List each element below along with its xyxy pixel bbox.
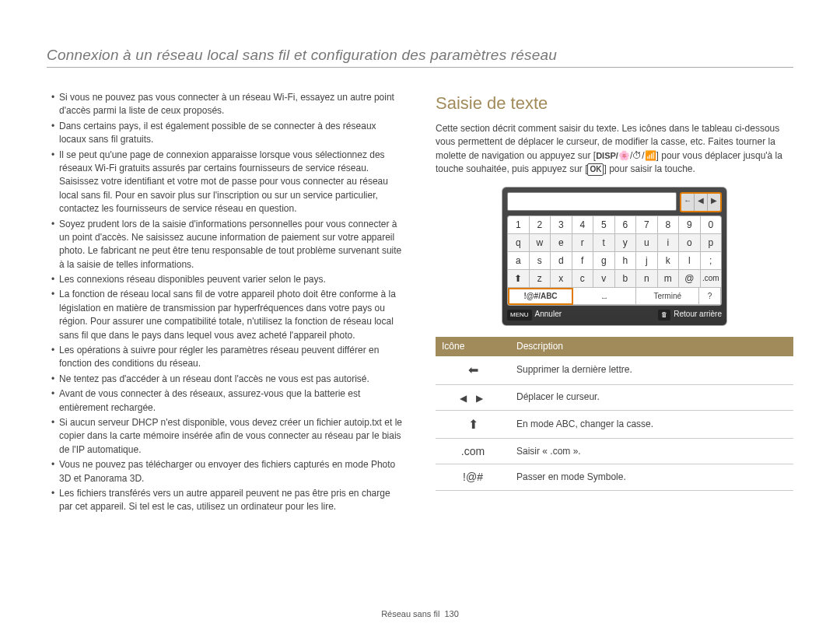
cancel-label: Annuler [535,309,562,321]
keyboard-key[interactable]: 3 [551,216,572,234]
keyboard-key[interactable]: 1 [508,216,530,234]
keyboard-key[interactable]: v [593,270,615,288]
bullet-dot: • [51,149,59,216]
keyboard-key[interactable]: i [658,234,680,252]
footer-section: Réseau sans fil [381,609,439,618]
bullet-dot: • [51,373,59,386]
tip-text: Soyez prudent lors de la saisie d'inform… [59,218,404,272]
shift-key[interactable]: ⬆ [508,270,530,288]
keyboard-key[interactable]: m [658,270,680,288]
keyboard-key[interactable]: 5 [593,216,615,234]
keyboard-key[interactable]: l [679,252,701,270]
keyboard-key[interactable]: @ [679,270,701,288]
keyboard-key[interactable]: o [679,234,701,252]
space-key[interactable]: ⎵ [573,288,636,305]
tip-item: •La fonction de réseau local sans fil de… [51,288,404,342]
table-row: .comSaisir « .com ». [436,439,793,464]
keyboard-key[interactable]: p [701,234,722,252]
back-label: Retour arrière [674,309,722,321]
tip-item: •Soyez prudent lors de la saisie d'infor… [51,218,404,272]
cursor-right-icon[interactable]: ▶ [708,194,720,211]
tips-list: •Si vous ne pouvez pas vous connecter à … [47,91,404,514]
onscreen-keyboard: ← ◀ ▶ 1234567890 qwertyuiop asdfghjkl; ⬆… [502,187,727,326]
bullet-dot: • [51,344,59,371]
ok-button-label: OK [587,163,604,177]
table-row: Supprimer la dernière lettre. [436,356,793,384]
page-footer: Réseau sans fil 130 [0,609,840,618]
menu-button-icon: MENU [507,310,532,321]
keyboard-key[interactable]: 8 [658,216,680,234]
keyboard-key[interactable]: y [615,234,637,252]
keyboard-key[interactable]: s [530,252,551,270]
keyboard-row-2: qwertyuiop [508,234,721,252]
icon-cell: .com [436,439,510,464]
tip-text: Si aucun serveur DHCP n'est disponible, … [59,416,404,457]
page-header: Connexion à un réseau local sans fil et … [47,47,793,64]
tip-item: •Si vous ne pouvez pas vous connecter à … [51,91,404,118]
tip-text: Dans certains pays, il est également pos… [59,120,404,147]
keyboard-key[interactable]: 4 [572,216,594,234]
keyboard-key[interactable]: r [572,234,594,252]
cursor-arrows-group[interactable]: ← ◀ ▶ [680,192,722,212]
tip-text: Il se peut qu'une page de connexion appa… [59,149,404,216]
backspace-icon[interactable]: ← [681,194,695,211]
keyboard-key[interactable]: 0 [701,216,722,234]
macro-icon: 🌸/ [618,150,632,161]
keyboard-key[interactable]: 2 [530,216,551,234]
icon-cell: !@# [436,464,510,490]
keyboard-key[interactable]: x [551,270,572,288]
arrow-left-icon [468,364,478,377]
keyboard-key[interactable]: z [530,270,551,288]
bullet-dot: • [51,387,59,415]
table-row: Déplacer le curseur. [436,384,793,410]
tip-text: Vous ne pouvez pas télécharger ou envoye… [59,458,404,485]
description-cell: Saisir « .com ». [510,439,793,464]
table-header-icon: Icône [436,337,510,356]
keyboard-key[interactable]: b [615,270,637,288]
keyboard-key[interactable]: a [508,252,530,270]
keyboard-key[interactable]: 7 [636,216,658,234]
keyboard-key[interactable]: ; [701,252,722,270]
keyboard-key[interactable]: w [530,234,551,252]
keyboard-key[interactable]: 9 [679,216,701,234]
tip-item: •Les connexions réseau disponibles peuve… [51,273,404,286]
wifi-icon: 📶 [645,150,656,161]
help-key[interactable]: ? [699,288,721,305]
intro-text-post: ] pour saisir la touche. [604,163,695,174]
keyboard-key[interactable]: q [508,234,530,252]
keyboard-key[interactable]: 6 [615,216,637,234]
keyboard-key[interactable]: .com [701,270,722,288]
done-key[interactable]: Terminé [636,288,699,305]
keyboard-key[interactable]: k [658,252,680,270]
footer-page-number: 130 [444,609,458,618]
intro-paragraph: Cette section décrit comment saisir du t… [436,122,793,177]
keyboard-key[interactable]: e [551,234,572,252]
tip-item: •Si aucun serveur DHCP n'est disponible,… [51,416,404,457]
keyboard-key[interactable]: j [636,252,658,270]
arrow-up-icon [468,419,478,431]
mode-toggle-key[interactable]: !@#/ABC [508,288,573,305]
keyboard-key[interactable]: c [572,270,594,288]
keyboard-key[interactable]: g [593,252,615,270]
keyboard-key[interactable]: n [636,270,658,288]
keyboard-key[interactable]: h [615,252,637,270]
arrows-lr-icon [460,391,485,404]
description-cell: En mode ABC, changer la casse. [510,410,793,438]
back-button-icon: 🗑 [658,310,670,321]
keyboard-key[interactable]: d [551,252,572,270]
icon-cell [436,356,510,384]
keyboard-key[interactable]: f [572,252,594,270]
table-row: !@#Passer en mode Symbole. [436,464,793,490]
cursor-left-icon[interactable]: ◀ [695,194,708,211]
bullet-dot: • [51,218,59,272]
tip-text: La fonction de réseau local sans fil de … [59,288,404,342]
tip-text: Les fichiers transférés vers un autre ap… [59,487,404,514]
keyboard-key[interactable]: u [636,234,658,252]
keyboard-key[interactable]: t [593,234,615,252]
tip-text: Si vous ne pouvez pas vous connecter à u… [59,91,404,118]
text-input-field[interactable] [507,192,677,211]
tip-item: •Dans certains pays, il est également po… [51,120,404,147]
tip-item: •Les fichiers transférés vers un autre a… [51,487,404,514]
bullet-dot: • [51,487,59,514]
icon-cell [436,410,510,438]
